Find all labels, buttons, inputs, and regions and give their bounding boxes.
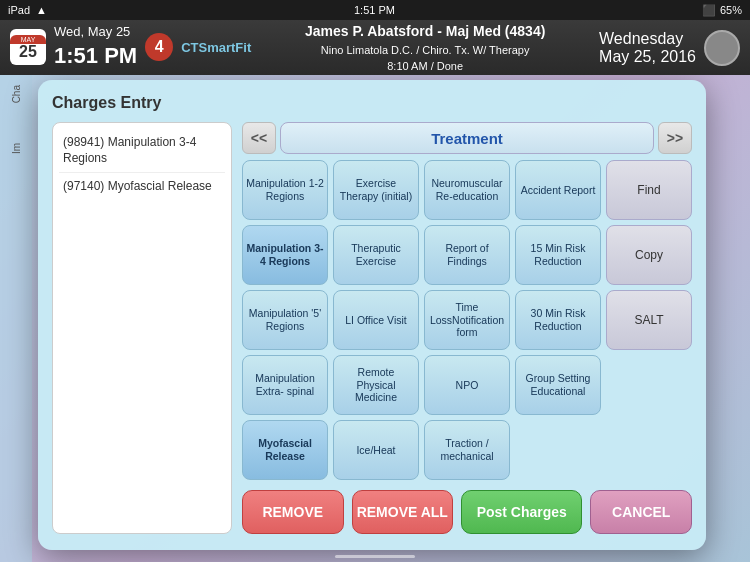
status-time: 1:51 PM: [354, 4, 395, 16]
action-row: REMOVE REMOVE ALL Post Charges CANCEL: [242, 490, 692, 534]
btn-remote-physical[interactable]: Remote Physical Medicine: [333, 355, 419, 415]
charge-item-2[interactable]: (97140) Myofascial Release: [59, 173, 225, 201]
cal-day: 25: [19, 44, 37, 60]
charges-list: (98941) Manipulation 3-4 Regions (97140)…: [52, 122, 232, 534]
app-background: Cha Im Charges Entry (98941) Manipulatio…: [0, 75, 750, 562]
btn-empty-r4c5: [606, 355, 692, 415]
btn-neuromuscular[interactable]: Neuromuscular Re-education: [424, 160, 510, 220]
btn-find[interactable]: Find: [606, 160, 692, 220]
btn-group-setting[interactable]: Group Setting Educational: [515, 355, 601, 415]
btn-manipulation-5[interactable]: Manipulation '5' Regions: [242, 290, 328, 350]
header-bar: MAY 25 Wed, May 25 1:51 PM 4 CTSmartFit …: [0, 20, 750, 75]
charge-item-1[interactable]: (98941) Manipulation 3-4 Regions: [59, 129, 225, 173]
charges-entry-modal: Charges Entry (98941) Manipulation 3-4 R…: [38, 80, 706, 550]
cancel-button[interactable]: CANCEL: [590, 490, 692, 534]
btn-npo[interactable]: NPO: [424, 355, 510, 415]
notification-badge[interactable]: 4: [145, 33, 173, 61]
calendar-icon[interactable]: MAY 25: [10, 29, 46, 65]
avatar: [704, 30, 740, 66]
next-button[interactable]: >>: [658, 122, 692, 154]
btn-manipulation-extra[interactable]: Manipulation Extra- spinal: [242, 355, 328, 415]
header-full-date: May 25, 2016: [599, 48, 696, 66]
status-left: iPad ▲: [8, 4, 47, 16]
post-charges-button[interactable]: Post Charges: [461, 490, 582, 534]
btn-traction[interactable]: Traction / mechanical: [424, 420, 510, 480]
battery-level: 65%: [720, 4, 742, 16]
btn-manipulation-1-2[interactable]: Manipulation 1-2 Regions: [242, 160, 328, 220]
patient-name: James P. Abatsford - Maj Med (4834): [305, 21, 545, 42]
treatment-title[interactable]: Treatment: [280, 122, 654, 154]
header-date-right: Wednesday May 25, 2016: [599, 30, 696, 66]
home-indicator: [335, 555, 415, 558]
battery-icon: ⬛: [702, 4, 716, 17]
header-day-right: Wednesday: [599, 30, 696, 48]
header-left: MAY 25 Wed, May 25 1:51 PM 4 CTSmartFit: [10, 23, 251, 72]
header-day-short: Wed, May 25: [54, 23, 137, 41]
header-right: Wednesday May 25, 2016: [599, 30, 740, 66]
btn-empty-r5c5: [606, 420, 692, 480]
btn-copy[interactable]: Copy: [606, 225, 692, 285]
remove-button[interactable]: REMOVE: [242, 490, 344, 534]
btn-salt[interactable]: SALT: [606, 290, 692, 350]
ipad-label: iPad: [8, 4, 30, 16]
modal-body: (98941) Manipulation 3-4 Regions (97140)…: [52, 122, 692, 534]
modal-title: Charges Entry: [52, 94, 692, 112]
header-time: 1:51 PM: [54, 41, 137, 72]
status-right: ⬛ 65%: [702, 4, 742, 17]
btn-manipulation-3-4[interactable]: Manipulation 3-4 Regions: [242, 225, 328, 285]
appointment-status: 8:10 AM / Done: [305, 58, 545, 75]
btn-report-findings[interactable]: Report of Findings: [424, 225, 510, 285]
prev-button[interactable]: <<: [242, 122, 276, 154]
btn-myofascial[interactable]: Myofascial Release: [242, 420, 328, 480]
btn-exercise-therapy[interactable]: Exercise Therapy (initial): [333, 160, 419, 220]
btn-ice-heat[interactable]: Ice/Heat: [333, 420, 419, 480]
side-panel: Cha Im: [0, 75, 32, 562]
header-center: James P. Abatsford - Maj Med (4834) Nino…: [305, 21, 545, 75]
btn-time-loss[interactable]: Time LossNotification form: [424, 290, 510, 350]
treatment-header: << Treatment >>: [242, 122, 692, 154]
side-text-1: Cha: [11, 85, 22, 103]
btn-empty-r5c4: [515, 420, 601, 480]
treatment-panel: << Treatment >> Manipulation 1-2 Regions…: [242, 122, 692, 534]
provider-name: Nino Limatola D.C. / Chiro. Tx. W/ Thera…: [305, 42, 545, 59]
app-logo: CTSmartFit: [181, 40, 251, 55]
treatment-grid: Manipulation 1-2 Regions Exercise Therap…: [242, 160, 692, 480]
btn-theraputic-exercise[interactable]: Theraputic Exercise: [333, 225, 419, 285]
wifi-icon: ▲: [36, 4, 47, 16]
status-bar: iPad ▲ 1:51 PM ⬛ 65%: [0, 0, 750, 20]
btn-30min-risk[interactable]: 30 Min Risk Reduction: [515, 290, 601, 350]
btn-15min-risk[interactable]: 15 Min Risk Reduction: [515, 225, 601, 285]
remove-all-button[interactable]: REMOVE ALL: [352, 490, 454, 534]
btn-accident-report[interactable]: Accident Report: [515, 160, 601, 220]
side-text-2: Im: [11, 143, 22, 154]
header-date-left: Wed, May 25 1:51 PM: [54, 23, 137, 72]
btn-li-office[interactable]: LI Office Visit: [333, 290, 419, 350]
